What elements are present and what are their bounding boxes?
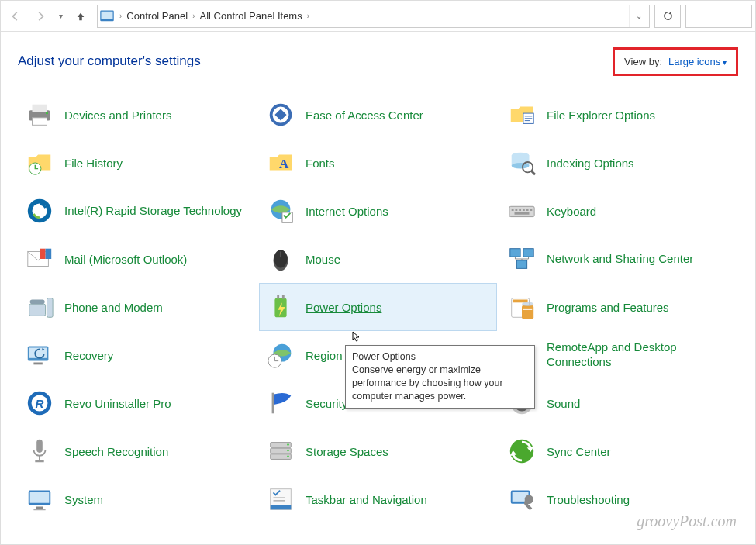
cp-item-indexing[interactable]: Indexing Options (500, 139, 738, 187)
cp-item-mail[interactable]: Mail (Microsoft Outlook) (18, 235, 256, 283)
programs-icon (506, 291, 537, 323)
svg-rect-61 (272, 393, 274, 414)
svg-rect-42 (282, 295, 285, 299)
sync-icon (506, 436, 537, 467)
cp-item-intel[interactable]: Intel(R) Rapid Storage Technology (18, 187, 256, 235)
view-by-selector[interactable]: View by: Large icons (613, 47, 738, 76)
cp-item-storage[interactable]: Storage Spaces (259, 427, 497, 475)
cp-item-fonts[interactable]: AFonts (259, 139, 497, 187)
svg-rect-68 (35, 460, 43, 462)
cp-item-sync[interactable]: Sync Center (500, 427, 738, 475)
keyboard-icon (506, 195, 537, 226)
svg-point-47 (522, 302, 533, 306)
region-icon (265, 340, 296, 371)
tooltip-body: Conserve energy or maximize performance … (352, 364, 528, 403)
cp-item-internet[interactable]: Internet Options (259, 187, 497, 235)
svg-rect-4 (33, 118, 47, 126)
storage-icon (265, 436, 296, 467)
svg-rect-22 (515, 209, 517, 211)
item-label: Ease of Access Center (306, 109, 423, 122)
svg-rect-1 (102, 11, 113, 19)
cp-item-speech[interactable]: Speech Recognition (18, 427, 256, 475)
page-title: Adjust your computer's settings (18, 53, 201, 69)
svg-point-74 (287, 455, 288, 457)
item-label: Speech Recognition (64, 445, 168, 458)
svg-rect-34 (510, 249, 520, 257)
taskbar-icon (265, 484, 296, 515)
svg-rect-81 (271, 505, 292, 510)
breadcrumb[interactable]: All Control Panel Items (196, 10, 305, 22)
svg-rect-45 (522, 305, 533, 319)
revo-icon: R (24, 388, 55, 419)
svg-rect-35 (523, 249, 533, 257)
speech-icon (24, 436, 55, 467)
cp-item-troubleshoot[interactable]: Troubleshooting (500, 475, 738, 523)
svg-point-5 (46, 112, 48, 115)
refresh-button[interactable] (654, 5, 681, 28)
view-by-value[interactable]: Large icons (668, 56, 727, 67)
cp-item-mouse[interactable]: Mouse (259, 235, 497, 283)
indexing-icon (506, 147, 537, 178)
svg-rect-46 (523, 309, 532, 310)
cp-item-file-history[interactable]: File History (18, 139, 256, 187)
search-input[interactable] (685, 5, 752, 28)
cp-item-folder-options[interactable]: File Explorer Options (500, 91, 738, 139)
svg-rect-27 (515, 212, 530, 215)
folder-options-icon (506, 99, 537, 130)
svg-rect-19 (282, 212, 292, 222)
internet-icon (265, 195, 296, 226)
printer-icon (24, 99, 55, 130)
cp-item-system[interactable]: System (18, 475, 256, 523)
phone-icon (24, 291, 55, 323)
item-label: Taskbar and Navigation (306, 493, 427, 506)
recent-dropdown[interactable]: ▾ (54, 5, 67, 28)
cursor-pointer-icon (348, 330, 362, 350)
item-label: Power Options (306, 301, 381, 314)
item-label: Sync Center (547, 445, 611, 458)
svg-rect-3 (33, 105, 47, 112)
tooltip-title: Power Options (352, 350, 528, 364)
cp-item-programs[interactable]: Programs and Features (500, 283, 738, 331)
svg-rect-38 (30, 300, 45, 305)
power-icon (265, 291, 296, 323)
back-button[interactable] (4, 5, 27, 28)
cp-item-network[interactable]: Network and Sharing Center (500, 235, 738, 283)
address-bar[interactable]: › Control Panel › All Control Panel Item… (97, 5, 650, 28)
cp-item-ease[interactable]: Ease of Access Center (259, 91, 497, 139)
svg-rect-39 (47, 298, 54, 318)
item-label: Fonts (306, 157, 335, 170)
svg-text:R: R (36, 397, 44, 410)
svg-rect-36 (516, 260, 526, 268)
item-label: File History (64, 157, 123, 170)
svg-rect-23 (519, 209, 521, 211)
file-history-icon (24, 147, 55, 178)
item-label: Mail (Microsoft Outlook) (64, 253, 187, 266)
cp-item-phone[interactable]: Phone and Modem (18, 283, 256, 331)
item-label: Phone and Modem (64, 301, 163, 314)
chevron-right-icon: › (118, 12, 123, 20)
cp-item-revo[interactable]: RRevo Uninstaller Pro (18, 379, 256, 427)
cp-item-power[interactable]: Power Options (259, 283, 497, 331)
item-label: Troubleshooting (547, 493, 630, 506)
cp-item-taskbar[interactable]: Taskbar and Navigation (259, 475, 497, 523)
item-label: Sound (547, 397, 580, 410)
recovery-icon (24, 340, 55, 371)
up-button[interactable] (69, 5, 92, 28)
view-by-label: View by: (624, 56, 662, 67)
forward-button[interactable] (29, 5, 52, 28)
address-chevron-down-icon[interactable]: ⌄ (629, 5, 647, 27)
item-label: Devices and Printers (64, 109, 171, 122)
fonts-icon: A (265, 147, 296, 178)
mail-icon (24, 243, 55, 274)
cp-item-keyboard[interactable]: Keyboard (500, 187, 738, 235)
svg-rect-78 (36, 507, 43, 509)
svg-rect-37 (29, 304, 46, 316)
cp-item-remoteapp[interactable]: RemoteApp and Desktop Connections (500, 331, 738, 379)
breadcrumb[interactable]: Control Panel (123, 10, 191, 22)
cp-item-recovery[interactable]: Recovery (18, 331, 256, 379)
item-label: Recovery (64, 349, 113, 362)
svg-line-15 (531, 171, 535, 174)
system-icon (24, 484, 55, 515)
cp-item-printer[interactable]: Devices and Printers (18, 91, 256, 139)
cp-item-sound[interactable]: Sound (500, 379, 738, 427)
